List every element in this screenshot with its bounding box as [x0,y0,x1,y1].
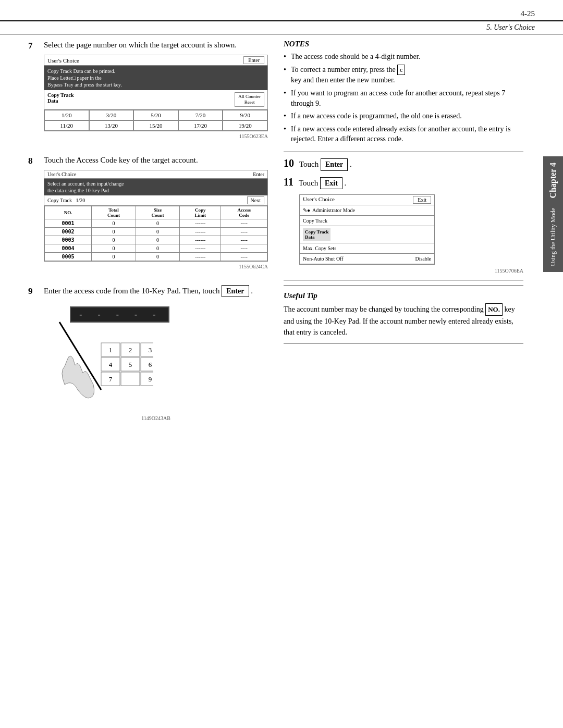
screen-1-titlebar: User's Choice Enter [44,55,267,66]
note-item-4: If a new access code is programmed, the … [284,111,523,121]
table-row: 0002 0 0 ------ ---- [45,227,267,236]
main-content: 7 Select the page number on which the ta… [0,40,563,430]
notes-section: NOTES The access code should be a 4-digi… [284,40,523,144]
useful-tip: Useful Tip The account number may be cha… [284,286,523,338]
screen-3-item2: Copy TrackData [300,226,434,243]
screen-3-title: User's Choice [303,196,335,204]
screen-2-next: Next [247,196,264,204]
screen-3-item4: Non-Auto Shut Off Disable [300,254,434,264]
screen-2-enter: Enter [253,171,264,177]
keypad-area: - - - - - 1 2 3 4 [44,301,268,421]
left-column: 7 Select the page number on which the ta… [28,40,268,430]
section-header: 5. User's Choice [0,21,563,34]
grid-cell-7: 13/20 [89,120,134,131]
note-item-1: The access code should be a 4-digit numb… [284,52,523,62]
svg-text:7: 7 [109,375,113,383]
right-tab: Chapter 4 Using the Utility Mode [543,156,563,272]
step-9-text: Enter the access code from the 10-Key Pa… [44,285,268,298]
notes-list: The access code should be a 4-digit numb… [284,52,523,144]
table-row: 0005 0 0 ------ ---- [45,252,267,261]
screen-1-all-counter: All CounterReset [235,92,264,107]
screen-1-copy-track: Copy TrackData [47,92,74,104]
keypad-caption: 1149O243AB [44,415,268,421]
screen-2-title: User's Choice [47,171,76,177]
no-key-btn: NO. [485,303,503,316]
step-8-number: 8 [28,155,39,276]
screen-1-enter: Enter [243,56,264,64]
step-8: 8 Touch the Access Code key of the targe… [28,155,268,276]
screen-2-caption: 1155O624CA [44,264,268,269]
step-7: 7 Select the page number on which the ta… [28,40,268,145]
screen-1-caption: 1155O623EA [44,133,268,139]
right-column: NOTES The access code should be a 4-digi… [284,40,523,430]
screen-3-admin: ✎● Administrator Mode [300,205,434,216]
screen-2-track: Copy Track 1/20 [47,198,85,203]
step-9-enter-btn: Enter [222,285,249,298]
svg-text:2: 2 [129,346,132,354]
col-no: NO. [45,206,92,219]
screen-1-number-grid: 1/20 3/20 5/20 7/20 9/20 11/20 13/20 15/… [44,109,267,131]
note-item-2: To correct a number entry, press the cke… [284,65,523,85]
table-row: 0001 0 0 ------ ---- [45,219,267,227]
screen-3: User's Choice Exit ✎● Administrator Mode… [299,194,435,265]
admin-icon: ✎● [303,207,310,213]
screen-3-header: User's Choice Exit [300,195,434,205]
screen-2: User's Choice Enter Select an account, t… [44,170,268,262]
non-auto-shut-value: Disable [415,256,431,262]
step-11: 11 Touch Exit . [284,176,523,190]
useful-tip-text: The account number may be changed by tou… [284,303,523,338]
notes-divider [284,152,523,152]
svg-text:6: 6 [149,361,152,368]
grid-cell-4: 7/20 [178,110,223,120]
step-9-content: Enter the access code from the 10-Key Pa… [44,285,268,422]
mode-label: Using the Utility Mode [549,208,557,266]
step-10-text: Touch Enter . [299,158,352,171]
step-11-text: Touch Exit . [299,177,346,190]
note-item-3: If you want to program an access code fo… [284,88,523,108]
screen-2-track-row: Copy Track 1/20 Next [44,195,267,206]
step-8-text: Touch the Access Code key of the target … [44,155,268,166]
cell-no: 0001 [45,219,92,227]
section-title: 5. User's Choice [486,23,535,32]
grid-cell-1: 1/20 [44,110,89,120]
col-total: TotalCount [92,206,136,219]
cell-total: 0 [92,219,136,227]
step-10: 10 Touch Enter . [284,157,523,171]
screen-3-exit: Exit [413,196,431,204]
page-number: 4-25 [521,9,535,18]
step-11-number: 11 [284,176,293,188]
page-header: 4-25 [0,0,563,21]
c-key: c [397,65,405,76]
step-11-exit-btn: Exit [320,177,342,190]
grid-cell-5: 9/20 [223,110,267,120]
svg-text:4: 4 [109,361,113,368]
screen-1: User's Choice Enter Copy Track Data can … [44,55,268,131]
cell-access: ---- [221,219,267,227]
step-9: 9 Enter the access code from the 10-Key … [28,285,268,422]
screen-3-item1: Copy Track [300,216,434,226]
grid-cell-6: 11/20 [44,120,89,131]
grid-cell-9: 17/20 [178,120,223,131]
screen-2-header: User's Choice Enter [44,170,267,179]
step-10-enter-btn: Enter [321,158,348,171]
grid-cell-8: 15/20 [133,120,178,131]
svg-text:1: 1 [109,346,113,354]
svg-text:3: 3 [149,346,152,354]
stylus-svg: 1 2 3 4 5 6 7 [49,317,153,411]
cell-limit: ------ [180,219,221,227]
grid-cell-10: 19/20 [223,120,267,131]
account-table: NO. TotalCount SizeCount CopyLimit Acces… [44,206,267,261]
cell-size: 0 [136,219,180,227]
copy-track-data-selected: Copy TrackData [303,228,331,241]
table-row: 0004 0 0 ------ ---- [45,244,267,252]
non-auto-shut-label: Non-Auto Shut Off [303,256,344,262]
svg-rect-15 [121,372,140,386]
svg-text:5: 5 [129,361,132,368]
step-10-number: 10 [284,157,294,169]
step-9-number: 9 [28,285,39,422]
grid-cell-3: 5/20 [133,110,178,120]
step-7-text: Select the page number on which the targ… [44,40,268,51]
useful-tip-title: Useful Tip [284,291,523,300]
col-access: AccessCode [221,206,267,219]
step-7-content: Select the page number on which the targ… [44,40,268,145]
